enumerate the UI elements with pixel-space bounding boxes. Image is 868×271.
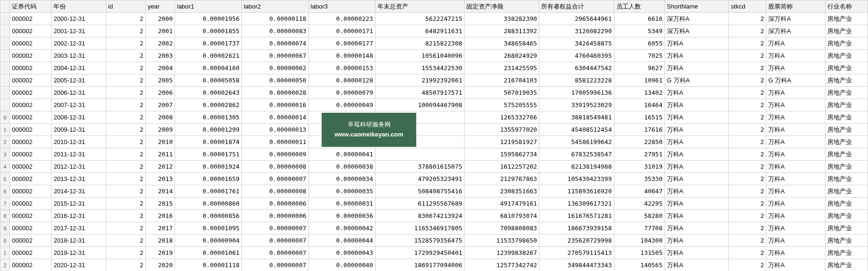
cell[interactable]: 2020-12-31 <box>52 259 106 271</box>
cell[interactable]: 2 <box>729 124 766 136</box>
cell[interactable]: 万科A <box>766 161 825 173</box>
cell[interactable]: 270579115413 <box>539 247 614 259</box>
cell[interactable]: 0.00001118 <box>175 259 242 271</box>
cell[interactable]: 2 <box>106 74 146 87</box>
cell[interactable]: 2 <box>106 111 146 124</box>
row-header[interactable] <box>0 13 10 25</box>
cell[interactable]: 2011 <box>146 148 175 161</box>
cell[interactable]: 10561040096 <box>375 50 465 62</box>
cell[interactable]: 2 <box>106 173 146 185</box>
cell[interactable]: 0.00001855 <box>175 25 242 37</box>
cell[interactable]: 2001 <box>146 25 175 37</box>
cell[interactable]: 000002 <box>10 50 52 62</box>
cell[interactable]: 0.00000035 <box>308 185 375 198</box>
cell[interactable]: 2 <box>729 74 766 87</box>
cell[interactable]: 万科A <box>665 99 729 111</box>
cell[interactable]: 5349 <box>614 25 665 37</box>
cell[interactable]: 房地产业 <box>825 148 868 161</box>
cell[interactable]: 2006-12-31 <box>52 87 106 99</box>
col-header[interactable]: labor2 <box>242 0 308 13</box>
cell[interactable]: 0.00001751 <box>175 148 242 161</box>
cell[interactable]: 15534422530 <box>375 62 465 74</box>
cell[interactable] <box>375 111 465 124</box>
cell[interactable]: 0.00001061 <box>175 247 242 259</box>
cell[interactable]: 22850 <box>614 136 665 148</box>
cell[interactable]: 万科A <box>766 173 825 185</box>
cell[interactable]: 万科A <box>766 247 825 259</box>
cell[interactable]: 31019 <box>614 161 665 173</box>
cell[interactable]: 2000 <box>146 13 175 25</box>
cell[interactable]: 2003-12-31 <box>52 50 106 62</box>
cell[interactable]: 0.00000016 <box>242 99 308 111</box>
cell[interactable]: 万科A <box>665 173 729 185</box>
cell[interactable]: 万科A <box>665 87 729 99</box>
cell[interactable]: 10961 <box>614 74 665 87</box>
cell[interactable]: 万科A <box>766 222 825 235</box>
cell[interactable]: 2 <box>729 173 766 185</box>
cell[interactable]: 1595862734 <box>465 148 539 161</box>
cell[interactable]: 2016-12-31 <box>52 210 106 222</box>
cell[interactable]: 349844473343 <box>539 259 614 271</box>
cell[interactable]: 0.00000007 <box>242 235 308 247</box>
cell[interactable]: 1265332766 <box>465 111 539 124</box>
cell[interactable]: 0.00000153 <box>308 62 375 74</box>
cell[interactable]: 房地产业 <box>825 161 868 173</box>
cell[interactable]: 房地产业 <box>825 259 868 271</box>
cell[interactable]: 9627 <box>614 62 665 74</box>
cell[interactable]: 万科A <box>766 185 825 198</box>
cell[interactable]: 万科A <box>766 148 825 161</box>
cell[interactable]: 0.00000049 <box>308 99 375 111</box>
col-header[interactable]: 证券代码 <box>10 0 52 13</box>
cell[interactable]: 0.00000042 <box>308 222 375 235</box>
cell[interactable]: 77708 <box>614 222 665 235</box>
cell[interactable]: 2008-12-31 <box>52 111 106 124</box>
cell[interactable]: 2 <box>106 99 146 111</box>
row-header[interactable] <box>0 37 10 50</box>
cell[interactable]: 0.00001659 <box>175 173 242 185</box>
cell[interactable]: 0.00000074 <box>242 37 308 50</box>
col-header[interactable]: labor1 <box>175 0 242 13</box>
cell[interactable]: 2 <box>106 198 146 210</box>
cell[interactable]: 54586199642 <box>539 136 614 148</box>
cell[interactable]: 0.00000011 <box>242 136 308 148</box>
cell[interactable]: 000002 <box>10 161 52 173</box>
cell[interactable]: 深万科A <box>665 25 729 37</box>
cell[interactable]: 27951 <box>614 148 665 161</box>
data-table[interactable]: 证券代码 年份 id year labor1 labor2 labor3 年末总… <box>0 0 868 271</box>
cell[interactable]: 房地产业 <box>825 247 868 259</box>
cell[interactable]: 2 <box>106 161 146 173</box>
cell[interactable]: 万科A <box>766 37 825 50</box>
cell[interactable]: 2010-12-31 <box>52 136 106 148</box>
cell[interactable]: 房地产业 <box>825 37 868 50</box>
cell[interactable]: 0.00000118 <box>242 13 308 25</box>
cell[interactable]: 2 <box>106 124 146 136</box>
cell[interactable]: 11533798650 <box>465 235 539 247</box>
cell[interactable]: 0.00000008 <box>242 185 308 198</box>
cell[interactable]: 000002 <box>10 124 52 136</box>
cell[interactable]: 0.00000083 <box>242 25 308 37</box>
cell[interactable]: 611295567689 <box>375 198 465 210</box>
cell[interactable]: 2 <box>729 148 766 161</box>
cell[interactable]: 万科A <box>665 235 729 247</box>
cell[interactable]: 2012-12-31 <box>52 161 106 173</box>
cell[interactable]: 万科A <box>766 124 825 136</box>
cell[interactable]: 4760460395 <box>539 50 614 62</box>
cell[interactable]: 2 <box>729 136 766 148</box>
cell[interactable]: 0.00000028 <box>242 87 308 99</box>
cell[interactable]: 2005 <box>146 74 175 87</box>
cell[interactable]: 7025 <box>614 50 665 62</box>
cell[interactable] <box>375 148 465 161</box>
cell[interactable]: 000002 <box>10 259 52 271</box>
cell[interactable]: 0.00000043 <box>308 111 375 124</box>
cell[interactable]: 房地产业 <box>825 198 868 210</box>
cell[interactable]: 2 <box>729 198 766 210</box>
cell[interactable]: 17616 <box>614 124 665 136</box>
cell[interactable]: 0.00000006 <box>242 210 308 222</box>
cell[interactable]: 104300 <box>614 235 665 247</box>
cell[interactable]: 000002 <box>10 235 52 247</box>
cell[interactable]: 万科A <box>665 222 729 235</box>
cell[interactable]: 2004-12-31 <box>52 62 106 74</box>
cell[interactable]: 2 <box>106 50 146 62</box>
cell[interactable]: G 万科A <box>665 74 729 87</box>
cell[interactable]: 35330 <box>614 173 665 185</box>
